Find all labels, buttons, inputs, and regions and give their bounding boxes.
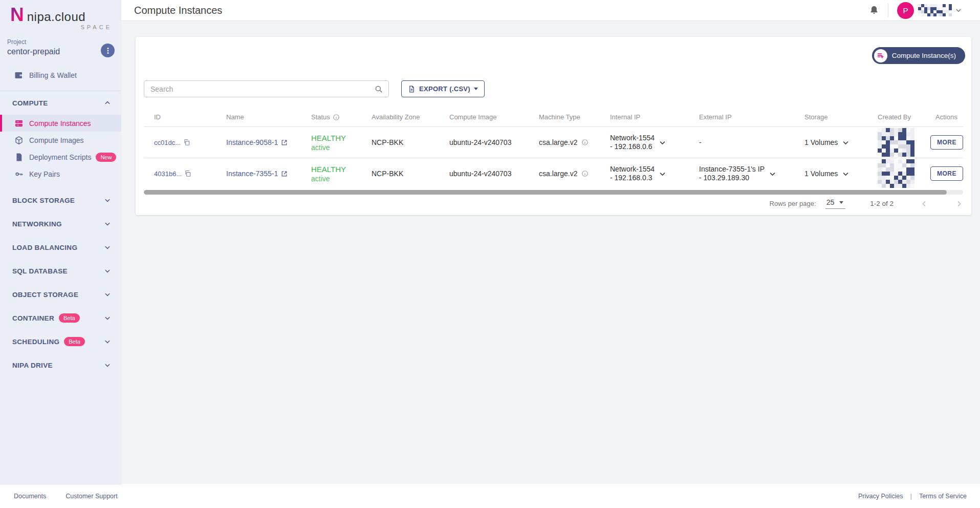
sidebar-item-compute-images[interactable]: Compute Images [0,132,121,149]
create-button-label: Compute Instance(s) [892,52,956,59]
chevron-down-icon [104,338,111,345]
status-cell: HEALTHY active [301,165,361,183]
storage-dropdown[interactable] [842,139,850,146]
section-scheduling[interactable]: SCHEDULING Beta [0,330,121,353]
section-load-balancing[interactable]: LOAD BALANCING [0,236,121,259]
brand-n-mark: N [10,6,24,23]
table-row: 4031b6... Instance-7355-1 HEALTHY active… [144,158,963,189]
pagination-range: 1-2 of 2 [870,200,894,207]
info-icon[interactable] [581,170,589,177]
wallet-icon [14,71,24,80]
section-container[interactable]: CONTAINER Beta [0,306,121,330]
privacy-policies-link[interactable]: Privacy Policies [858,493,903,500]
playlist-add-icon [877,52,884,59]
col-header-id: ID [144,113,216,121]
actions-cell: MORE [925,166,963,181]
instance-id-link[interactable]: cc01dc... [154,139,216,146]
table-header-row: ID Name Status Availability Zone Compute… [144,108,963,126]
chevron-down-icon [104,197,111,204]
sidebar: N nipa.cloud SPACE Project centor-prepai… [0,0,121,484]
chevron-down-icon [955,7,962,14]
instance-name-link[interactable]: Instance-7355-1 [226,170,301,178]
chevron-down-icon [104,267,111,274]
section-label: SQL DATABASE [12,267,68,275]
copy-icon[interactable] [183,139,190,146]
export-csv-button[interactable]: EXPORT (.CSV) [401,80,485,97]
documents-link[interactable]: Documents [14,493,46,500]
chevron-down-icon [104,362,111,369]
create-compute-instance-button[interactable]: Compute Instance(s) [872,47,965,64]
created-by-cell [867,159,925,188]
redacted-account-name [918,4,952,16]
caret-down-icon [839,201,843,204]
instance-name-link[interactable]: Instance-9058-1 [226,138,301,146]
brand-sub: SPACE [10,24,112,30]
customer-support-link[interactable]: Customer Support [66,493,117,500]
chevron-down-icon [104,244,111,251]
col-header-actions: Actions [925,113,963,121]
section-object-storage[interactable]: OBJECT STORAGE [0,283,121,306]
redacted-created-by [878,128,914,157]
col-header-availability-zone: Availability Zone [361,113,439,121]
sidebar-item-compute-instances[interactable]: Compute Instances [0,115,121,132]
footer: Documents Customer Support Privacy Polic… [0,484,980,508]
more-actions-button[interactable]: MORE [930,166,963,181]
actions-cell: MORE [925,135,963,150]
rows-per-page-label: Rows per page: [770,200,816,207]
status-sub-value: active [311,143,361,152]
footer-separator: | [910,492,912,500]
info-icon[interactable] [333,114,340,121]
section-networking[interactable]: NETWORKING [0,212,121,236]
section-compute[interactable]: COMPUTE [0,91,121,115]
col-header-external-ip: External IP [689,113,794,121]
external-ip-dropdown[interactable] [769,170,776,178]
rows-per-page-select[interactable]: 25 [825,198,846,209]
instance-id-link[interactable]: 4031b6... [154,170,216,178]
account-menu-button[interactable] [955,7,962,14]
chevron-down-icon [659,170,666,178]
next-page-button[interactable] [955,200,963,208]
terms-of-service-link[interactable]: Terms of Service [919,493,967,500]
notifications-button[interactable] [869,5,879,16]
brand-name: nipa.cloud [27,11,85,23]
section-label: BLOCK STORAGE [12,197,75,204]
internal-ip-dropdown[interactable] [659,170,666,178]
image-cell: ubuntu-24-v240703 [439,170,529,178]
col-header-name: Name [216,113,301,121]
instances-card: Compute Instance(s) EXPORT (.CSV) ID Nam… [136,37,971,215]
script-icon [14,153,24,162]
page-title: Compute Instances [134,5,222,16]
brand-logo[interactable]: N nipa.cloud SPACE [0,0,121,30]
copy-icon[interactable] [184,170,191,177]
external-ip-cell: Instance-7355-1's IP- 103.29.189.30 [689,165,794,182]
scrollbar-thumb[interactable] [144,190,947,195]
storage-dropdown[interactable] [842,170,850,178]
chevron-down-icon [104,220,111,227]
caret-down-icon [474,88,478,90]
search-input[interactable] [150,85,374,93]
storage-cell: 1 Volumes [794,138,867,146]
machine-type-cell: csa.large.v2 [529,138,600,146]
sidebar-item-billing[interactable]: Billing & Wallet [0,67,121,83]
info-icon[interactable] [581,139,589,146]
server-icon [14,119,24,128]
sidebar-item-label: Compute Images [29,136,84,144]
more-actions-button[interactable]: MORE [930,135,963,150]
beta-badge: Beta [64,337,85,346]
col-header-internal-ip: Internal IP [600,113,689,121]
horizontal-scrollbar[interactable] [144,190,963,195]
section-block-storage[interactable]: BLOCK STORAGE [0,188,121,212]
section-label: CONTAINER [12,314,54,322]
sidebar-item-deployment-scripts[interactable]: Deployment Scripts New [0,149,121,165]
footer-left: Documents Customer Support [0,484,121,508]
section-sql-database[interactable]: SQL DATABASE [0,259,121,283]
sidebar-item-key-pairs[interactable]: Key Pairs [0,165,121,182]
image-cell: ubuntu-24-v240703 [439,138,529,146]
previous-page-button[interactable] [920,200,928,208]
internal-ip-dropdown[interactable] [659,139,666,146]
section-nipa-drive[interactable]: NIPA DRIVE [0,353,121,377]
status-value: HEALTHY [311,134,361,142]
avatar[interactable]: P [897,2,914,19]
section-label: NETWORKING [12,220,62,228]
chevron-down-icon [104,314,111,322]
